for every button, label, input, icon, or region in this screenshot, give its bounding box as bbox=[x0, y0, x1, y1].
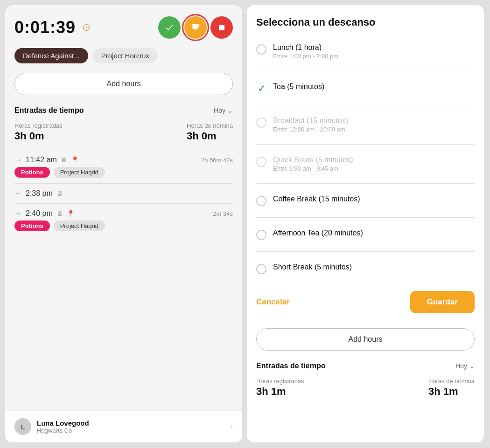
monitor-icon-2: 🖥 bbox=[56, 190, 63, 197]
user-row: L Luna Lovegood Hogwarts Co bbox=[14, 418, 89, 435]
user-info: Luna Lovegood Hogwarts Co bbox=[37, 419, 89, 434]
break-option-tea[interactable]: ✓ Tea (5 minutos) bbox=[256, 77, 475, 99]
break-button[interactable] bbox=[184, 16, 207, 39]
tag-defence[interactable]: Defence Against... bbox=[14, 48, 88, 63]
break-info-short-break: Short Break (5 minutos) bbox=[273, 263, 352, 271]
break-time-breakfast: Entre 12:00 am - 10:00 am bbox=[273, 126, 348, 133]
right-hours-stats: Horas registradas 3h 1m Horas de nómina … bbox=[256, 378, 475, 398]
break-info-lunch: Lunch (1 hora) Entre 1:00 pm - 2:00 pm bbox=[273, 43, 338, 60]
entry-tags-1: Potions Project Haqrid bbox=[14, 167, 233, 178]
radio-circle-short-break bbox=[256, 264, 266, 274]
break-name-breakfast: Breakfast (15 minutos) bbox=[273, 117, 348, 125]
break-name-tea: Tea (5 minutos) bbox=[273, 83, 324, 91]
timer-row: 0:01:39 ⊙ bbox=[14, 16, 233, 39]
modal-title: Selecciona un descanso bbox=[256, 16, 475, 28]
registered-hours-block: Horas registradas 3h 0m bbox=[14, 122, 63, 142]
right-chevron-down-icon: ⌄ bbox=[469, 362, 475, 370]
timer-left: 0:01:39 ⊙ bbox=[14, 18, 91, 37]
chevron-down-icon: ⌄ bbox=[227, 107, 233, 114]
break-option-breakfast[interactable]: Breakfast (15 minutos) Entre 12:00 am - … bbox=[256, 111, 475, 138]
filter-today[interactable]: Hoy ⌄ bbox=[214, 107, 233, 114]
radio-selected-tea: ✓ bbox=[256, 83, 266, 94]
radio-circle-quick-break bbox=[256, 157, 266, 167]
user-company: Hogwarts Co bbox=[37, 427, 89, 434]
right-entries-header: Entradas de tiempo Hoy ⌄ bbox=[256, 362, 475, 370]
break-option-afternoon-tea[interactable]: Afternoon Tea (20 minutos) bbox=[256, 223, 475, 246]
time-entry-1: → 11:42 am 🖥 📍 2h 56m 42s Potions Projec… bbox=[14, 156, 233, 178]
right-payroll-value: 3h 1m bbox=[428, 386, 475, 398]
left-panel: 0:01:39 ⊙ Defence Against... Project Hor… bbox=[5, 5, 243, 443]
monitor-icon-3: 🖥 bbox=[56, 210, 63, 217]
payroll-value: 3h 0m bbox=[187, 130, 233, 142]
profile-chevron-icon: › bbox=[231, 422, 233, 431]
right-registered-value: 3h 1m bbox=[256, 386, 304, 398]
time-entry-2: ← 2:38 pm 🖥 bbox=[14, 189, 233, 198]
break-info-afternoon-tea: Afternoon Tea (20 minutos) bbox=[273, 229, 363, 237]
entry-time-3: 2:40 pm bbox=[26, 209, 53, 218]
entry-arrow-in-1: → bbox=[14, 156, 22, 164]
payroll-hours-block: Horas de nómina 3h 0m bbox=[187, 122, 233, 142]
right-payroll-label: Horas de nómina bbox=[428, 378, 475, 385]
user-name: Luna Lovegood bbox=[37, 419, 89, 427]
registered-label: Horas registradas bbox=[14, 122, 63, 129]
entry-tag-potions-3[interactable]: Potions bbox=[14, 221, 50, 231]
right-payroll-block: Horas de nómina 3h 1m bbox=[428, 378, 475, 398]
screenshot-icon[interactable]: ⊙ bbox=[82, 21, 91, 34]
entry-tags-3: Potions Project Haqrid bbox=[14, 221, 233, 231]
entry-arrow-in-3: → bbox=[14, 209, 22, 218]
break-name-coffee-break: Coffee Break (15 minutos) bbox=[273, 195, 360, 203]
project-tags-row: Defence Against... Project Horcrux bbox=[14, 48, 233, 63]
checkmark-icon: ✓ bbox=[258, 83, 266, 94]
break-name-short-break: Short Break (5 minutos) bbox=[273, 263, 352, 271]
bottom-bar[interactable]: L Luna Lovegood Hogwarts Co › bbox=[5, 410, 242, 442]
break-name-afternoon-tea: Afternoon Tea (20 minutos) bbox=[273, 229, 363, 237]
entry-arrow-out-2: ← bbox=[14, 189, 22, 198]
right-filter-today[interactable]: Hoy ⌄ bbox=[455, 362, 475, 370]
break-info-quick-break: Quick Break (5 minutos) Entre 9:30 am - … bbox=[273, 156, 353, 172]
break-option-coffee-break[interactable]: Coffee Break (15 minutos) bbox=[256, 189, 475, 212]
registered-value: 3h 0m bbox=[14, 130, 63, 142]
entry-duration-3: 2m 34s bbox=[213, 210, 233, 217]
right-entries-title: Entradas de tiempo bbox=[256, 362, 325, 370]
break-options-list: Lunch (1 hora) Entre 1:00 pm - 2:00 pm ✓… bbox=[256, 38, 475, 280]
radio-circle-lunch bbox=[256, 44, 266, 55]
radio-circle-breakfast bbox=[256, 117, 266, 128]
add-hours-button[interactable]: Add hours bbox=[14, 73, 233, 95]
radio-circle-coffee-break bbox=[256, 196, 266, 206]
cancel-button[interactable]: Cancelar bbox=[256, 297, 290, 307]
time-entry-3: → 2:40 pm 🖥 📍 2m 34s Potions Project Haq… bbox=[14, 209, 233, 231]
break-name-quick-break: Quick Break (5 minutos) bbox=[273, 156, 353, 164]
check-in-button[interactable] bbox=[158, 16, 181, 39]
monitor-icon-1: 🖥 bbox=[61, 156, 67, 164]
break-info-tea: Tea (5 minutos) bbox=[273, 83, 324, 91]
right-panel: Selecciona un descanso Lunch (1 hora) En… bbox=[246, 5, 484, 443]
entry-tag-project-3[interactable]: Project Haqrid bbox=[54, 221, 105, 231]
break-info-breakfast: Breakfast (15 minutos) Entre 12:00 am - … bbox=[273, 117, 348, 133]
tag-horcrux[interactable]: Project Horcrux bbox=[93, 48, 158, 63]
save-button[interactable]: Guardar bbox=[410, 291, 475, 313]
stop-button[interactable] bbox=[210, 16, 233, 39]
break-time-quick-break: Entre 9:30 am - 9:45 am bbox=[273, 165, 353, 172]
entry-duration-1: 2h 56m 42s bbox=[201, 157, 233, 164]
right-registered-label: Horas registradas bbox=[256, 378, 304, 385]
break-option-quick-break[interactable]: Quick Break (5 minutos) Entre 9:30 am - … bbox=[256, 150, 475, 178]
entry-time-1: 11:42 am bbox=[26, 156, 57, 164]
svg-rect-0 bbox=[219, 25, 224, 30]
right-add-hours-button[interactable]: Add hours bbox=[256, 328, 475, 351]
timer-buttons bbox=[158, 16, 233, 39]
modal-actions: Cancelar Guardar bbox=[256, 291, 475, 313]
entry-time-2: 2:38 pm bbox=[26, 189, 53, 198]
avatar: L bbox=[14, 418, 31, 435]
pin-icon-3: 📍 bbox=[67, 210, 75, 217]
break-option-short-break[interactable]: Short Break (5 minutos) bbox=[256, 257, 475, 280]
break-option-lunch[interactable]: Lunch (1 hora) Entre 1:00 pm - 2:00 pm bbox=[256, 38, 475, 65]
timer-display: 0:01:39 bbox=[14, 18, 76, 37]
entry-tag-project-1[interactable]: Project Haqrid bbox=[54, 167, 105, 178]
radio-circle-afternoon-tea bbox=[256, 230, 266, 240]
payroll-label: Horas de nómina bbox=[187, 122, 233, 129]
right-registered-block: Horas registradas 3h 1m bbox=[256, 378, 304, 398]
entry-tag-potions-1[interactable]: Potions bbox=[14, 167, 50, 178]
break-info-coffee-break: Coffee Break (15 minutos) bbox=[273, 195, 360, 203]
hours-stats: Horas registradas 3h 0m Horas de nómina … bbox=[14, 122, 233, 142]
entries-title: Entradas de tiempo bbox=[14, 106, 84, 115]
